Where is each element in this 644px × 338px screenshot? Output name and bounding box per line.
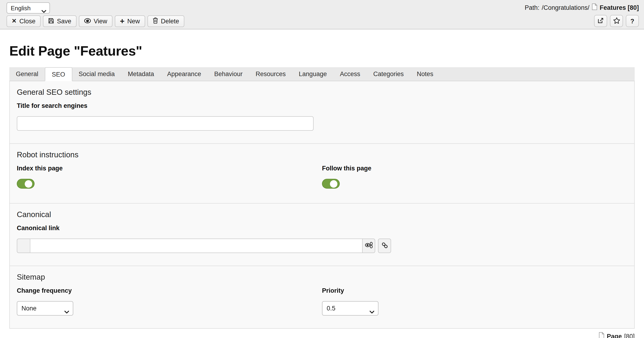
help-icon: ?	[630, 18, 634, 25]
priority-select[interactable]: 0.5	[322, 301, 378, 315]
section-heading: General SEO settings	[17, 88, 627, 97]
section-sitemap: Sitemap Change frequency None Priority	[10, 266, 634, 328]
tab-metadata[interactable]: Metadata	[121, 67, 161, 81]
quick-buttons: ?	[594, 15, 639, 27]
page-id-label: [80]	[624, 333, 635, 338]
path-link[interactable]: /Congratulations/	[542, 4, 590, 11]
tab-general[interactable]: General	[9, 67, 45, 81]
page-icon	[592, 3, 597, 12]
link-icon	[381, 242, 388, 250]
close-icon: ✕	[12, 19, 16, 24]
section-canonical: Canonical Canonical link	[10, 203, 634, 266]
title-for-search-engines-label: Title for search engines	[17, 102, 627, 110]
tab-resources[interactable]: Resources	[249, 67, 292, 81]
tab-access[interactable]: Access	[334, 67, 367, 81]
section-heading: Sitemap	[17, 273, 627, 281]
priority-select-wrap: 0.5	[322, 301, 378, 315]
language-select[interactable]: English	[6, 2, 50, 14]
eye-link-icon	[365, 241, 373, 250]
save-button[interactable]: Save	[43, 16, 76, 27]
index-this-page-label: Index this page	[17, 165, 322, 172]
follow-this-page-label: Follow this page	[322, 165, 627, 172]
top-bar: English ✕ Close Save View	[0, 0, 644, 30]
tab-appearance[interactable]: Appearance	[160, 67, 208, 81]
view-button[interactable]: View	[79, 16, 112, 27]
close-button-label: Close	[19, 18, 36, 25]
tab-seo[interactable]: SEO	[45, 67, 72, 81]
index-this-page-toggle[interactable]	[17, 179, 34, 189]
toggle-knob	[25, 180, 32, 187]
tab-social-media[interactable]: Social media	[72, 67, 121, 81]
visit-link-button[interactable]	[362, 239, 375, 253]
follow-this-page-field: Follow this page	[322, 165, 627, 190]
toggle-knob	[330, 180, 338, 187]
toolbar: ✕ Close Save View + New	[6, 16, 184, 27]
path-label: Path:	[525, 4, 540, 11]
favorite-button[interactable]	[610, 15, 623, 27]
canonical-link-group	[17, 239, 627, 253]
help-button[interactable]: ?	[626, 15, 639, 27]
save-icon	[48, 18, 54, 25]
section-robot-instructions: Robot instructions Index this page Follo…	[10, 143, 634, 203]
seo-tab-panel: General SEO settings Title for search en…	[9, 81, 635, 329]
tab-language[interactable]: Language	[292, 67, 334, 81]
tab-notes[interactable]: Notes	[410, 67, 440, 81]
page-type-label: Page	[607, 333, 622, 338]
change-frequency-label: Change frequency	[17, 287, 322, 294]
tab-behaviour[interactable]: Behaviour	[208, 67, 249, 81]
delete-button-label: Delete	[161, 18, 179, 25]
tab-bar: General SEO Social media Metadata Appear…	[9, 67, 635, 81]
change-frequency-select[interactable]: None	[17, 301, 73, 315]
eye-icon	[84, 18, 91, 25]
delete-button[interactable]: Delete	[148, 16, 184, 27]
canonical-link-label: Canonical link	[17, 225, 627, 232]
title-for-search-engines-input[interactable]	[17, 116, 314, 131]
new-button-label: New	[128, 18, 140, 25]
external-link-icon	[597, 17, 604, 25]
trash-icon	[152, 17, 158, 25]
index-this-page-field: Index this page	[17, 165, 322, 190]
current-page-ref[interactable]: Features [80]	[600, 4, 639, 11]
follow-this-page-toggle[interactable]	[322, 179, 340, 189]
save-button-label: Save	[57, 18, 72, 25]
change-frequency-field: Change frequency None	[17, 287, 322, 315]
pick-link-button[interactable]	[378, 239, 391, 253]
plus-icon: +	[120, 18, 124, 24]
close-button[interactable]: ✕ Close	[6, 16, 40, 27]
priority-label: Priority	[322, 287, 627, 294]
section-heading: Canonical	[17, 210, 627, 219]
breadcrumb: Path: /Congratulations/ Features [80]	[525, 3, 639, 12]
section-heading: Robot instructions	[17, 150, 627, 159]
canonical-link-thumbnail-addon	[17, 239, 30, 253]
language-select-wrap: English	[6, 2, 50, 14]
admin-edit-page: English ✕ Close Save View	[0, 0, 644, 338]
open-in-new-window-button[interactable]	[594, 15, 607, 27]
section-general-seo: General SEO settings Title for search en…	[10, 81, 634, 143]
tab-categories[interactable]: Categories	[367, 67, 410, 81]
page-icon	[599, 332, 604, 338]
canonical-link-input[interactable]	[30, 239, 362, 253]
star-icon	[613, 17, 620, 25]
page-title: Edit Page "Features"	[9, 44, 644, 59]
priority-field: Priority 0.5	[322, 287, 627, 315]
change-frequency-select-wrap: None	[17, 301, 73, 315]
page-reference-footer: Page [80]	[9, 332, 635, 338]
view-button-label: View	[94, 18, 107, 25]
new-button[interactable]: + New	[115, 16, 145, 27]
